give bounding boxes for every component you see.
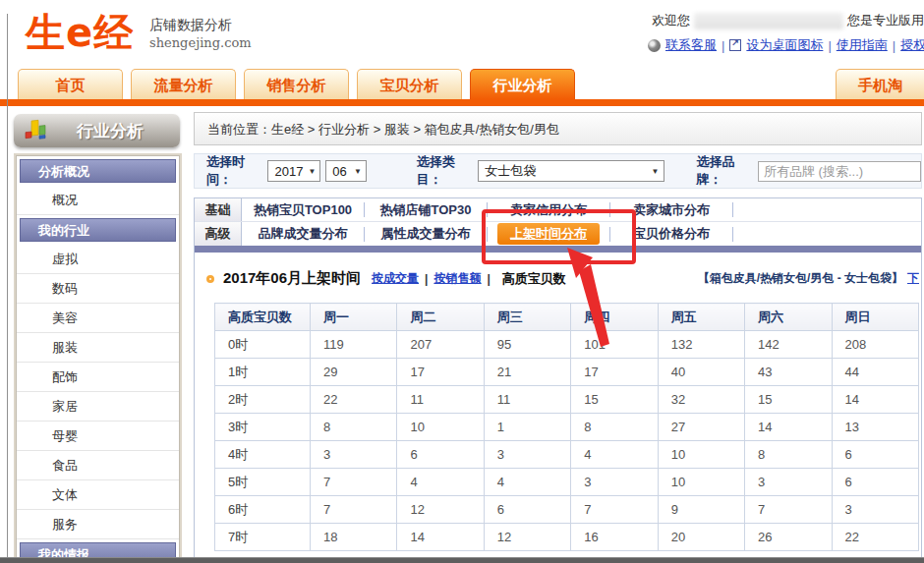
separator: | — [487, 272, 490, 286]
sidebar-item[interactable]: 虚拟 — [17, 245, 179, 274]
brand-search-input[interactable] — [758, 161, 921, 182]
menu-item[interactable]: 品牌成交量分布 — [242, 225, 364, 243]
table-cell: 17 — [571, 359, 658, 386]
table-row: 5时74431036 — [215, 469, 919, 496]
table-cell: 10 — [397, 414, 484, 441]
nav-tab[interactable]: 流量分析 — [131, 69, 236, 99]
table-cell: 3 — [745, 469, 832, 496]
table-cell: 10 — [658, 441, 744, 469]
logo-domain: shengejing.com — [149, 34, 252, 52]
table-cell: 22 — [311, 386, 397, 414]
sidebar-title-banner: 行业分析 — [14, 114, 180, 147]
table-cell: 13 — [832, 414, 918, 441]
table-cell: 20 — [658, 524, 744, 551]
table-cell: 16 — [571, 524, 658, 551]
sidebar-item[interactable]: 文体 — [17, 480, 179, 510]
year-select[interactable]: 2017 ▼ — [267, 160, 320, 182]
separator — [732, 227, 733, 242]
menu-item[interactable]: 卖家信用分布 — [488, 201, 609, 219]
report-panel: 基础 热销宝贝TOP100热销店铺TOP30卖家信用分布卖家城市分布 高级 品牌… — [194, 197, 922, 563]
horizontal-scrollbar[interactable] — [0, 557, 924, 563]
table-cell: 132 — [658, 331, 744, 359]
sort-link[interactable]: 按成交量 — [372, 270, 419, 287]
table-header-cell: 周六 — [745, 304, 832, 331]
header: 生e经 店铺数据分析 shengejing.com 欢迎您 您是专业版用户 联系… — [0, 0, 924, 61]
menu-item[interactable]: 热销店铺TOP30 — [365, 201, 487, 219]
table-row: 2时22111115321514 — [215, 386, 919, 414]
table-cell: 44 — [832, 359, 918, 386]
welcome-suffix: 您是专业版用户 — [847, 12, 924, 29]
table-cell: 1 — [484, 414, 570, 441]
table-cell: 26 — [745, 524, 832, 551]
nav-tab[interactable]: 行业分析 — [470, 69, 575, 99]
data-table: 高质宝贝数周一周二周三周四周五周六周日 0时119207951011321422… — [214, 303, 919, 551]
header-links: 联系客服|设为桌面图标|使用指南|授权子账号 — [648, 36, 924, 54]
header-link[interactable]: 联系客服 — [665, 36, 717, 54]
table-cell: 12 — [397, 496, 484, 524]
table-header-cell: 周一 — [311, 304, 397, 331]
table-cell: 32 — [658, 386, 744, 414]
row-label-cell: 6时 — [215, 496, 311, 524]
table-cell: 29 — [311, 359, 397, 386]
menu-item[interactable]: 上架时间分布 — [488, 223, 609, 245]
table-body: 0时119207951011321422081时291721174043442时… — [215, 331, 919, 551]
sidebar-item[interactable]: 美容 — [17, 304, 179, 333]
menu-item[interactable]: 热销宝贝TOP100 — [242, 201, 364, 219]
month-select[interactable]: 06 ▼ — [325, 160, 367, 182]
active-menu-item[interactable]: 上架时间分布 — [497, 223, 600, 245]
row-label-cell: 2时 — [215, 386, 311, 414]
sidebar-item[interactable]: 服装 — [17, 333, 179, 363]
sidebar: 行业分析 分析概况概况我的行业虚拟数码美容服装配饰家居母婴食品文体服务我的情报 — [0, 106, 184, 563]
header-link[interactable]: 设为桌面图标 — [746, 36, 823, 54]
nav-tab[interactable]: 销售分析 — [244, 69, 349, 99]
table-cell: 7 — [311, 496, 397, 524]
nav-tabs: 首页流量分析销售分析宝贝分析行业分析手机淘 — [0, 61, 924, 99]
table-cell: 119 — [311, 331, 397, 359]
menu-item[interactable]: 属性成交量分布 — [365, 225, 487, 243]
main-content: 当前位置：生e经 > 行业分析 > 服装 > 箱包皮具/热销女包/男包 选择时间… — [184, 106, 924, 563]
brand-filter-label: 选择品牌： — [697, 153, 752, 189]
logo-subtitle-block: 店铺数据分析 shengejing.com — [149, 16, 252, 51]
time-filter-label: 选择时间： — [206, 153, 261, 189]
category-note: 【箱包皮具/热销女包/男包 - 女士包袋】 — [698, 270, 903, 287]
welcome-prefix: 欢迎您 — [652, 12, 690, 29]
download-link[interactable]: 下 — [907, 270, 919, 287]
category-select[interactable]: 女士包袋 ▼ — [478, 160, 664, 182]
table-cell: 7 — [745, 496, 832, 524]
row-label-cell: 1时 — [215, 359, 311, 386]
sidebar-card-wrap: 分析概况概况我的行业虚拟数码美容服装配饰家居母婴食品文体服务我的情报 — [14, 153, 182, 563]
table-cell: 11 — [484, 386, 570, 414]
table-cell: 21 — [484, 359, 570, 386]
sidebar-item[interactable]: 配饰 — [17, 363, 179, 392]
menu-item[interactable]: 卖家城市分布 — [610, 201, 732, 219]
sidebar-item[interactable]: 家居 — [17, 392, 179, 422]
table-row: 1时29172117404344 — [215, 359, 919, 386]
sidebar-item[interactable]: 食品 — [17, 451, 179, 480]
nav-tab[interactable]: 首页 — [18, 69, 123, 99]
sidebar-section-header: 我的行业 — [20, 218, 176, 242]
sidebar-item[interactable]: 概况 — [17, 186, 179, 215]
nav-tab[interactable]: 宝贝分析 — [357, 69, 462, 99]
nav-tab[interactable]: 手机淘 — [836, 69, 924, 99]
table-row: 6时71267973 — [215, 496, 919, 524]
sort-links: 按成交量|按销售额 — [372, 270, 481, 287]
table-cell: 7 — [311, 469, 397, 496]
table-cell: 11 — [397, 386, 484, 414]
nav-accent-bar — [0, 99, 924, 106]
breadcrumb: 当前位置：生e经 > 行业分析 > 服装 > 箱包皮具/热销女包/男包 — [194, 112, 922, 145]
logo-subtitle: 店铺数据分析 — [149, 16, 252, 34]
table-cell: 4 — [484, 469, 570, 496]
table-cell: 15 — [745, 386, 832, 414]
table-cell: 14 — [397, 524, 484, 551]
table-cell: 4 — [571, 441, 658, 469]
header-link[interactable]: 授权子账号 — [900, 36, 924, 54]
sort-link[interactable]: 按销售额 — [433, 270, 481, 287]
sidebar-item[interactable]: 母婴 — [17, 422, 179, 451]
sidebar-item[interactable]: 数码 — [17, 274, 179, 304]
header-link[interactable]: 使用指南 — [837, 36, 888, 54]
sidebar-item[interactable]: 服务 — [17, 510, 179, 539]
logo: 生e经 — [26, 6, 134, 60]
sidebar-section-header: 分析概况 — [20, 159, 176, 183]
chevron-down-icon: ▼ — [308, 167, 316, 176]
menu-item[interactable]: 宝贝价格分布 — [610, 225, 732, 243]
